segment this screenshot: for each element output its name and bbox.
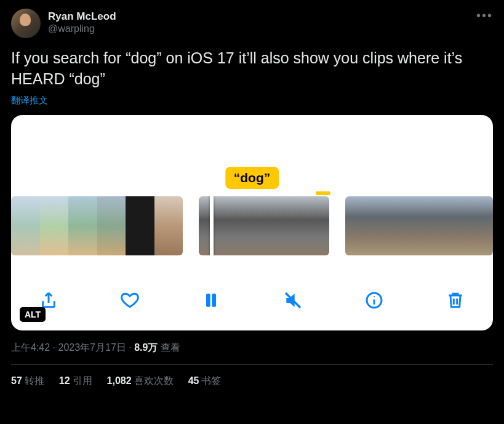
pause-icon[interactable]	[201, 290, 222, 311]
bookmarks-stat[interactable]: 45书签	[188, 375, 222, 388]
clip-frame	[11, 196, 40, 255]
author-names[interactable]: Ryan McLeod @warpling	[48, 10, 116, 35]
clip-frame	[97, 196, 126, 255]
translate-link[interactable]: 翻译推文	[11, 95, 493, 106]
svg-rect-0	[206, 294, 210, 306]
avatar[interactable]	[11, 9, 41, 38]
more-icon[interactable]: •••	[476, 9, 493, 23]
likes-stat[interactable]: 1,082喜欢次数	[107, 375, 174, 388]
clip-frame	[231, 196, 264, 255]
tweet-container: Ryan McLeod @warpling ••• If you search …	[0, 0, 504, 396]
clip-frame	[468, 196, 493, 255]
svg-point-5	[374, 295, 375, 297]
clip-frame	[199, 196, 231, 255]
tweet-header: Ryan McLeod @warpling •••	[11, 9, 493, 38]
tweet-text: If you search for “dog” on iOS 17 it’ll …	[11, 48, 493, 90]
clip-frame	[419, 196, 444, 255]
clip-frame	[126, 196, 154, 255]
clip-frame	[394, 196, 419, 255]
caption-marker	[316, 191, 330, 195]
tweet-meta: 上午4:42 · 2023年7月17日 · 8.9万 查看	[11, 342, 493, 354]
views-label: 查看	[158, 342, 180, 353]
tweet-stats: 57转推 12引用 1,082喜欢次数 45书签	[11, 365, 493, 388]
video-timeline-strip[interactable]	[11, 196, 493, 255]
quotes-stat[interactable]: 12引用	[59, 375, 92, 388]
trash-icon[interactable]	[445, 290, 466, 311]
time[interactable]: 上午4:42	[11, 342, 50, 353]
date[interactable]: 2023年7月17日	[58, 342, 126, 353]
clip-frame	[68, 196, 97, 255]
clip-frame	[264, 196, 297, 255]
clip-frame	[444, 196, 468, 255]
retweets-stat[interactable]: 57转推	[11, 375, 44, 388]
media-toolbar	[11, 285, 493, 316]
display-name: Ryan McLeod	[48, 10, 116, 23]
clip-group[interactable]	[345, 196, 493, 255]
mute-icon[interactable]	[282, 290, 303, 311]
clip-group[interactable]	[199, 196, 329, 255]
info-icon[interactable]	[364, 290, 385, 311]
clip-frame	[297, 196, 329, 255]
clip-group[interactable]	[11, 196, 183, 255]
clip-frame	[370, 196, 394, 255]
search-caption-bubble: “dog”	[225, 167, 279, 189]
clip-frame	[40, 196, 69, 255]
media-card[interactable]: “dog”	[11, 115, 493, 330]
clip-frame	[154, 196, 183, 255]
svg-rect-1	[212, 294, 217, 306]
handle: @warpling	[48, 23, 116, 35]
views-count: 8.9万	[134, 342, 158, 353]
alt-badge[interactable]: ALT	[20, 307, 46, 322]
heart-icon[interactable]	[119, 290, 140, 311]
clip-frame	[345, 196, 370, 255]
playhead[interactable]	[210, 196, 214, 255]
